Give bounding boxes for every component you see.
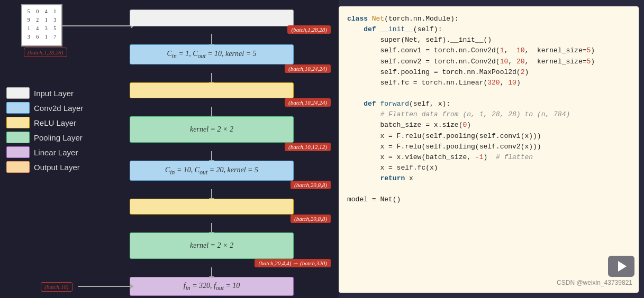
badge-batch-7: (batch,20,4,4) → (batch,320) <box>255 259 331 267</box>
code-panel: class Net(torch.nn.Module): def __init__… <box>339 6 639 293</box>
code-line-12: x = F.relu(self.pooling(self.conv1(x))) <box>347 131 630 142</box>
legend-pool: Pooling Layer <box>6 132 83 143</box>
code-line-9: def forward(self, x): <box>347 99 630 109</box>
code-text: self.pooling = torch.nn.MaxPool2d( <box>347 68 521 76</box>
funcname: __init__ <box>380 25 413 33</box>
matrix-cell: 7 <box>51 33 60 41</box>
arrow-down-2 <box>211 73 212 82</box>
legend-label-pool: Pooling Layer <box>34 133 83 142</box>
code-line-16: return x <box>347 173 630 184</box>
arrow-down-5 <box>211 189 212 199</box>
code-text <box>347 25 364 33</box>
code-text: x = self.fc(x) <box>347 164 438 172</box>
legend-linear: Linear Layer <box>6 146 83 158</box>
code-text: (torch.nn.Module): <box>384 15 458 23</box>
keyword: def <box>364 100 380 108</box>
conv2-label: Cin = 10, Cout = 20, kernel = 5 <box>165 166 258 176</box>
legend-label-relu: ReLU Layer <box>34 118 76 127</box>
code-text <box>347 174 380 182</box>
code-text: super(Net, self).__init__() <box>347 36 492 44</box>
legend-relu: ReLU Layer <box>6 117 83 128</box>
conv1-layer: Cin = 1, Cout = 10, kernel = 5 <box>130 44 294 64</box>
keyword: class <box>347 15 372 23</box>
legend-box-output <box>6 161 30 173</box>
code-text: model = Net() <box>347 195 401 203</box>
code-text: ) <box>483 153 495 161</box>
linear-layer: fin = 320, fout = 10 <box>130 277 294 296</box>
code-text: , kernel_size= <box>524 58 586 66</box>
badge-batch-3: (batch,10,24,24) <box>285 98 331 107</box>
diagram: 5 0 4 1 9 2 1 3 1 4 3 5 3 6 1 7 <box>130 2 331 295</box>
code-line-6: self.pooling = torch.nn.MaxPool2d(2) <box>347 67 630 78</box>
code-text <box>347 100 364 108</box>
code-line-8 <box>347 88 630 99</box>
code-line-7: self.fc = torch.nn.Linear(320, 10) <box>347 78 630 88</box>
relu2-layer <box>130 199 294 215</box>
legend-input: Input Layer <box>6 87 83 99</box>
number: 10 <box>516 46 525 54</box>
matrix-cell: 4 <box>33 24 42 33</box>
code-line-17 <box>347 184 630 194</box>
play-icon <box>618 261 627 272</box>
legend-label-conv: Conv2d Layer <box>34 104 83 113</box>
code-line-18: model = Net() <box>347 194 630 205</box>
code-text: self.conv2 = torch.nn.Conv2d( <box>347 58 500 66</box>
output-badge: (batch,10) <box>41 282 72 292</box>
code-text: ) <box>467 121 471 129</box>
code-text: self.fc = torch.nn.Linear( <box>347 79 487 87</box>
code-line-1: class Net(torch.nn.Module): <box>347 14 630 24</box>
legend-box-relu <box>6 117 30 128</box>
arrow-down-3 <box>211 107 212 116</box>
code-text: , kernel_size= <box>524 46 586 54</box>
code-text: x = F.relu(self.pooling(self.conv1(x))) <box>347 132 541 140</box>
matrix-cell: 3 <box>42 24 51 33</box>
arrow-down-1 <box>211 34 212 44</box>
matrix-cell: 1 <box>51 7 60 16</box>
legend-label-linear: Linear Layer <box>34 148 78 157</box>
arrow-horizontal-input <box>62 25 131 26</box>
play-button[interactable] <box>608 256 634 277</box>
legend-output: Output Layer <box>6 161 83 173</box>
legend-box-linear <box>6 146 30 158</box>
pool1-label: kernel = 2 × 2 <box>190 125 233 134</box>
linear-label: fin = 320, fout = 10 <box>184 282 240 292</box>
conv1-label: Cin = 1, Cout = 10, kernel = 5 <box>167 50 257 60</box>
classname: Net <box>372 15 384 23</box>
code-line-4: self.conv1 = torch.nn.Conv2d(1, 10, kern… <box>347 45 630 56</box>
number: 10 <box>508 79 516 87</box>
code-line-2: def __init__(self): <box>347 24 630 35</box>
code-text: (self, x): <box>409 100 450 108</box>
code-text: , <box>504 46 516 54</box>
code-line-13: x = F.relu(self.pooling(self.conv2(x))) <box>347 142 630 152</box>
keyword: return <box>380 174 405 182</box>
matrix-cell: 5 <box>24 7 33 16</box>
badge-batch-1: (batch,1,28,28) <box>287 25 331 34</box>
funcname: forward <box>380 100 409 108</box>
code-text: x = F.relu(self.pooling(self.conv2(x))) <box>347 143 541 151</box>
keyword: def <box>364 25 380 33</box>
number: 20 <box>516 58 525 66</box>
conv2-layer: Cin = 10, Cout = 20, kernel = 5 <box>130 161 294 181</box>
matrix-cell: 0 <box>33 7 42 16</box>
code-text: self.conv1 = torch.nn.Conv2d( <box>347 46 500 54</box>
legend-label-input: Input Layer <box>34 89 74 98</box>
matrix-cell: 4 <box>42 7 51 16</box>
matrix-cell: 3 <box>24 33 33 41</box>
input-matrix: 5 0 4 1 9 2 1 3 1 4 3 5 3 6 1 7 <box>21 4 62 46</box>
code-text: ) <box>524 68 529 76</box>
matrix-cell: 2 <box>33 16 42 24</box>
main-container: Input Layer Conv2d Layer ReLU Layer Pool… <box>0 0 644 298</box>
legend-box-conv <box>6 102 30 114</box>
matrix-cell: 1 <box>24 24 33 33</box>
legend-conv: Conv2d Layer <box>6 102 83 114</box>
arrow-output <box>78 286 131 287</box>
code-line-15: x = self.fc(x) <box>347 163 630 173</box>
code-text: , <box>500 79 509 87</box>
arrow-down-4 <box>211 151 212 161</box>
arrowhead <box>130 284 134 289</box>
code-text: batch_size = x.size( <box>347 121 462 129</box>
arrow-down-6 <box>211 223 212 232</box>
input-badge: (batch,1,28,28) <box>24 48 67 57</box>
left-panel: Input Layer Conv2d Layer ReLU Layer Pool… <box>0 0 339 298</box>
badge-batch-6: (batch,20,8,8) <box>291 215 331 223</box>
